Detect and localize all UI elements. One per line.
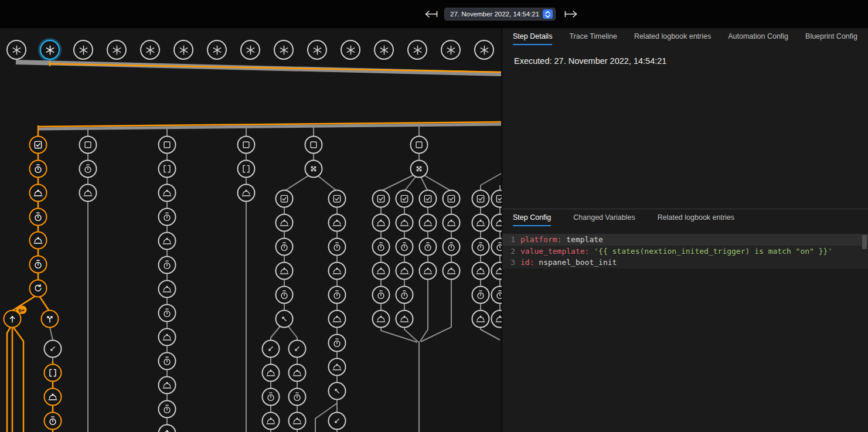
checkbox-node[interactable]: [275, 190, 294, 208]
trigger-asterisk-node[interactable]: [107, 40, 127, 60]
service-node[interactable]: [372, 214, 390, 232]
trigger-asterisk-node[interactable]: [274, 40, 294, 60]
timer-node[interactable]: [328, 286, 346, 304]
service-node[interactable]: [158, 184, 176, 202]
service-node[interactable]: [158, 280, 176, 298]
next-run-button[interactable]: [563, 10, 578, 21]
trigger-asterisk-node[interactable]: [441, 40, 461, 60]
service-node[interactable]: [262, 412, 280, 430]
service-node[interactable]: [262, 364, 280, 382]
service-node[interactable]: [472, 214, 490, 232]
service-node[interactable]: [442, 214, 461, 232]
timer-node[interactable]: [158, 304, 176, 322]
arrow-dl-node[interactable]: [44, 340, 62, 358]
brackets-node[interactable]: [158, 160, 176, 178]
trigger-asterisk-node[interactable]: [140, 40, 160, 60]
timer-node[interactable]: [442, 238, 461, 256]
trigger-asterisk-node[interactable]: [407, 40, 427, 60]
service-node[interactable]: [158, 232, 176, 250]
square-node[interactable]: [305, 136, 323, 154]
tab-related-logbook-entries[interactable]: Related logbook entries: [634, 28, 711, 45]
arrow-dl-node[interactable]: [328, 412, 346, 430]
trigger-asterisk-node[interactable]: [240, 40, 260, 60]
timer-node[interactable]: [372, 238, 390, 256]
service-node[interactable]: [328, 262, 346, 280]
square-node[interactable]: [79, 136, 97, 154]
service-node[interactable]: [419, 214, 437, 232]
service-node[interactable]: [29, 232, 47, 250]
service-node[interactable]: [44, 388, 62, 406]
service-node[interactable]: [372, 310, 390, 328]
arrow-up-node[interactable]: 9+: [4, 310, 22, 328]
timer-node[interactable]: [158, 256, 176, 274]
service-node[interactable]: [472, 310, 490, 328]
trace-graph-canvas[interactable]: 9+: [0, 0, 502, 432]
parallel-node[interactable]: [410, 160, 428, 178]
timer-node[interactable]: [158, 352, 176, 370]
brackets-node[interactable]: [44, 364, 62, 382]
service-node[interactable]: [442, 262, 461, 280]
timer-node[interactable]: [158, 400, 176, 419]
previous-run-button[interactable]: [424, 10, 439, 21]
service-node[interactable]: [328, 310, 346, 328]
tab-blueprint-config[interactable]: Blueprint Config: [805, 28, 857, 45]
service-node[interactable]: [158, 328, 176, 346]
trigger-asterisk-node[interactable]: [374, 40, 394, 60]
trigger-asterisk-node[interactable]: [6, 40, 26, 60]
trigger-asterisk-node[interactable]: [307, 40, 327, 60]
arrow-ul-node[interactable]: [328, 382, 346, 400]
run-selector[interactable]: 27. November 2022, 14:54:21: [444, 8, 556, 21]
timer-node[interactable]: [29, 160, 47, 178]
square-node[interactable]: [410, 136, 428, 154]
checkbox-node[interactable]: [396, 190, 414, 208]
square-node[interactable]: [158, 136, 176, 154]
checkbox-node[interactable]: [419, 190, 437, 208]
brackets-node[interactable]: [237, 160, 256, 178]
timer-node[interactable]: [472, 286, 490, 304]
tab-changed-variables[interactable]: Changed Variables: [573, 209, 635, 226]
timer-node[interactable]: [158, 208, 176, 226]
trigger-asterisk-node[interactable]: [40, 40, 60, 60]
arrow-dl-node[interactable]: [262, 340, 280, 358]
service-node[interactable]: [275, 214, 294, 232]
timer-node[interactable]: [396, 286, 414, 304]
parallel-node[interactable]: [305, 160, 323, 178]
service-node[interactable]: [472, 262, 490, 280]
timer-node[interactable]: [419, 238, 437, 256]
tab-step-details[interactable]: Step Details: [513, 28, 552, 45]
trigger-asterisk-node[interactable]: [173, 40, 193, 60]
timer-node[interactable]: [44, 412, 62, 430]
service-node[interactable]: [288, 364, 307, 382]
service-node[interactable]: [328, 358, 346, 376]
timer-node[interactable]: [328, 334, 346, 352]
checkbox-node[interactable]: [472, 190, 490, 208]
timer-node[interactable]: [29, 208, 47, 226]
square-node[interactable]: [237, 136, 256, 154]
timer-node[interactable]: [275, 238, 294, 256]
timer-node[interactable]: [472, 238, 490, 256]
trigger-asterisk-node[interactable]: [474, 40, 494, 60]
checkbox-node[interactable]: [372, 190, 390, 208]
scrollbar-thumb[interactable]: [862, 235, 867, 249]
service-node[interactable]: [158, 376, 176, 394]
tab-trace-timeline[interactable]: Trace Timeline: [569, 28, 617, 45]
service-node[interactable]: [275, 262, 294, 280]
timer-node[interactable]: [79, 160, 97, 178]
service-node[interactable]: [288, 412, 307, 430]
service-node[interactable]: [396, 214, 414, 232]
service-node[interactable]: [396, 310, 414, 328]
arrow-dl-node[interactable]: [288, 340, 307, 358]
service-node[interactable]: [29, 184, 47, 202]
timer-node[interactable]: [262, 388, 280, 406]
checkbox-node[interactable]: [442, 190, 461, 208]
trigger-asterisk-node[interactable]: [73, 40, 93, 60]
timer-node[interactable]: [328, 238, 346, 256]
timer-node[interactable]: [396, 238, 414, 256]
tab-related-logbook-entries[interactable]: Related logbook entries: [658, 209, 734, 226]
timer-node[interactable]: [288, 388, 307, 406]
service-node[interactable]: [237, 184, 256, 202]
service-node[interactable]: [419, 262, 437, 280]
arrow-ul-node[interactable]: [275, 310, 294, 328]
service-node[interactable]: [328, 214, 346, 232]
service-node[interactable]: [372, 262, 390, 280]
